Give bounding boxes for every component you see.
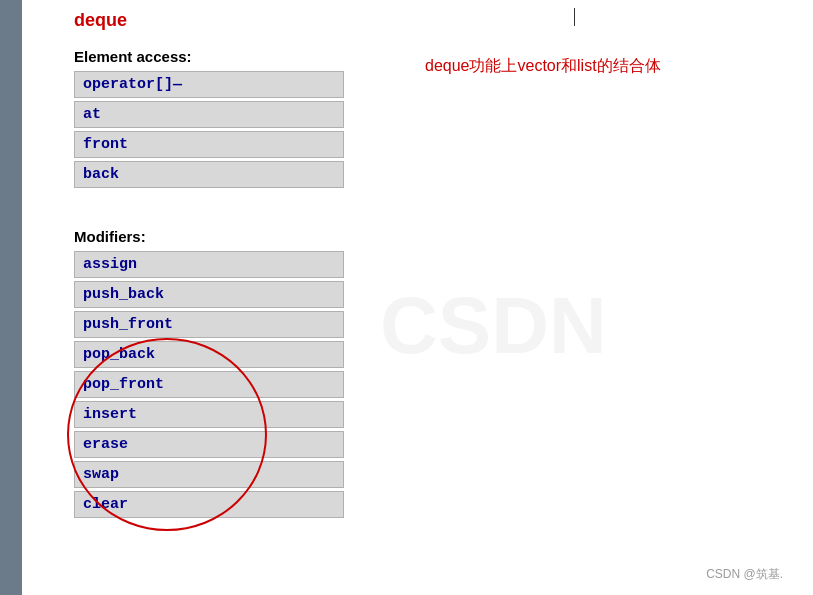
modifiers-title: Modifiers: <box>74 228 344 245</box>
list-item[interactable]: back <box>74 161 344 188</box>
list-item[interactable]: erase <box>74 431 344 458</box>
left-sidebar-bar <box>0 0 22 595</box>
list-item[interactable]: at <box>74 101 344 128</box>
page-title: deque <box>74 10 127 31</box>
list-item[interactable]: clear <box>74 491 344 518</box>
cursor-indicator <box>574 8 575 26</box>
subtitle-text: deque功能上vector和list的结合体 <box>425 56 661 77</box>
element-access-list: operator[]— at front back <box>74 71 344 188</box>
element-access-section: Element access: operator[]— at front bac… <box>74 48 344 191</box>
background-logo: CSDN <box>380 280 607 372</box>
list-item[interactable]: insert <box>74 401 344 428</box>
modifiers-section: Modifiers: assign push_back push_front p… <box>74 228 344 521</box>
watermark-text: CSDN @筑基. <box>706 566 783 583</box>
list-item[interactable]: operator[]— <box>74 71 344 98</box>
list-item[interactable]: pop_back <box>74 341 344 368</box>
list-item[interactable]: pop_front <box>74 371 344 398</box>
element-access-title: Element access: <box>74 48 344 65</box>
list-item[interactable]: swap <box>74 461 344 488</box>
list-item[interactable]: push_front <box>74 311 344 338</box>
modifiers-list: assign push_back push_front pop_back pop… <box>74 251 344 518</box>
list-item[interactable]: assign <box>74 251 344 278</box>
list-item[interactable]: push_back <box>74 281 344 308</box>
list-item[interactable]: front <box>74 131 344 158</box>
